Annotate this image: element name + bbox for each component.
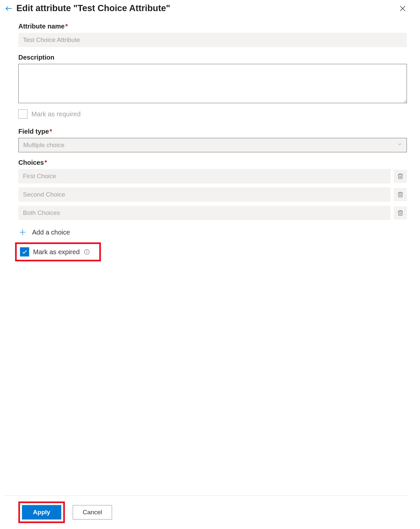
add-choice-label: Add a choice (32, 229, 70, 236)
page-title: Edit attribute "Test Choice Attribute" (16, 3, 170, 13)
field-type-select[interactable] (18, 138, 407, 152)
attribute-name-label: Attribute name* (18, 23, 407, 30)
choice-row (18, 169, 407, 183)
delete-choice-button[interactable] (394, 188, 407, 201)
apply-button[interactable]: Apply (22, 505, 61, 520)
mark-expired-label: Mark as expired (33, 248, 80, 256)
description-textarea[interactable] (18, 64, 407, 103)
mark-required-checkbox[interactable] (18, 109, 28, 119)
choice-input[interactable] (18, 206, 391, 220)
back-arrow-icon[interactable] (5, 4, 13, 13)
delete-choice-button[interactable] (394, 206, 407, 219)
mark-required-label: Mark as required (31, 110, 81, 118)
choice-row (18, 206, 407, 220)
mark-expired-row: Mark as expired (15, 242, 101, 261)
required-indicator: * (45, 159, 47, 166)
plus-icon (18, 228, 27, 236)
cancel-button[interactable]: Cancel (73, 505, 112, 520)
required-indicator: * (49, 128, 52, 135)
mark-expired-checkbox[interactable] (20, 247, 29, 256)
description-label: Description (18, 54, 407, 61)
close-icon[interactable] (398, 4, 407, 13)
choices-label: Choices* (18, 159, 407, 166)
choice-input[interactable] (18, 169, 391, 183)
choice-row (18, 187, 407, 202)
choice-input[interactable] (18, 187, 391, 202)
field-type-label: Field type* (18, 128, 407, 135)
attribute-name-input[interactable] (18, 33, 407, 47)
apply-button-highlight: Apply (18, 501, 65, 523)
required-indicator: * (65, 23, 68, 30)
svg-point-13 (87, 251, 87, 251)
info-icon[interactable] (84, 249, 90, 255)
add-choice-button[interactable]: Add a choice (18, 228, 407, 236)
delete-choice-button[interactable] (394, 170, 407, 183)
